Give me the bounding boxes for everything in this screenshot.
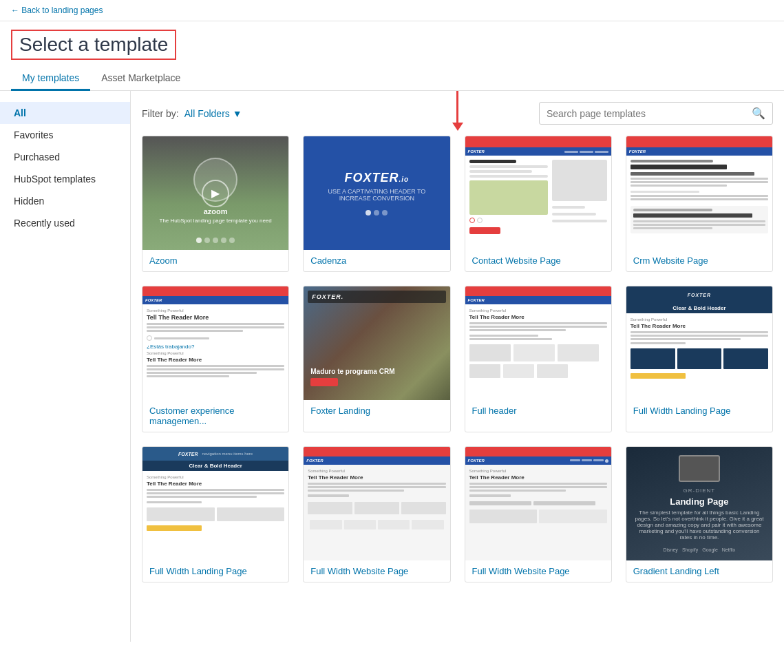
search-input[interactable] [547, 108, 752, 119]
search-icon[interactable]: 🔍 [752, 107, 765, 120]
template-name: Customer experience managemen... [142, 400, 288, 432]
arrow-indicator [452, 91, 463, 131]
toolbar: Filter by: All Folders ▼ 🔍 [142, 102, 773, 125]
sidebar-item-purchased[interactable]: Purchased [0, 146, 130, 168]
filter-area: Filter by: All Folders ▼ [142, 108, 242, 119]
template-card[interactable]: FOXTER [465, 136, 612, 272]
template-card[interactable]: FOXTER navigation menu items here Clear … [142, 446, 289, 582]
template-card[interactable]: FOXTER.io USE A CAPTIVATING HEADER TO IN… [303, 136, 450, 272]
template-card[interactable]: FOXTER [626, 136, 773, 272]
content-area: Filter by: All Folders ▼ 🔍 [131, 91, 784, 642]
template-card[interactable]: FOXTER Something Powerful Tell The Reade… [142, 286, 289, 432]
sidebar-item-favorites[interactable]: Favorites [0, 124, 130, 146]
template-name: Full Width Website Page [304, 560, 449, 582]
template-card[interactable]: FOXTER Something Powerful Tell The Reade… [465, 446, 612, 582]
templates-grid: azoomThe HubSpot landing page template y… [142, 136, 773, 582]
tab-my-templates[interactable]: My templates [11, 67, 90, 91]
template-card[interactable]: GR-DIENT Landing Page The simplest templ… [626, 446, 773, 582]
template-card[interactable]: azoomThe HubSpot landing page template y… [142, 136, 289, 272]
top-bar: ← Back to landing pages [0, 0, 784, 21]
header: Select a template My templates Asset Mar… [0, 21, 784, 91]
template-card[interactable]: FOXTER Something Powerful Tell The Reade… [303, 446, 450, 582]
template-name: Gradient Landing Left [626, 560, 772, 582]
sidebar-item-all[interactable]: All [0, 102, 130, 124]
back-link[interactable]: ← Back to landing pages [11, 6, 103, 15]
sidebar: All Favorites Purchased HubSpot template… [0, 91, 131, 642]
filter-value: All Folders [184, 108, 230, 119]
sidebar-item-hidden[interactable]: Hidden [0, 190, 130, 212]
tabs-container: My templates Asset Marketplace [11, 67, 773, 90]
search-box[interactable]: 🔍 [539, 102, 773, 125]
template-name: Full Width Landing Page [142, 560, 288, 582]
template-card[interactable]: FOXTER. Maduro te programa CRM Foxter La… [303, 286, 450, 432]
main-layout: All Favorites Purchased HubSpot template… [0, 91, 784, 642]
sidebar-item-recently-used[interactable]: Recently used [0, 212, 130, 234]
template-name: Foxter Landing [304, 400, 449, 421]
template-name: Contact Website Page [465, 250, 611, 271]
sidebar-item-hubspot-templates[interactable]: HubSpot templates [0, 168, 130, 190]
page-title: Select a template [11, 30, 176, 60]
template-name: Azoom [142, 250, 288, 271]
tab-asset-marketplace[interactable]: Asset Marketplace [90, 67, 191, 91]
template-name: Cadenza [304, 250, 449, 271]
template-name: Full Width Website Page [465, 560, 611, 582]
template-name: Full Width Landing Page [626, 400, 772, 421]
filter-label: Filter by: [142, 108, 179, 119]
chevron-down-icon: ▼ [233, 108, 242, 119]
template-name: Full header [465, 400, 611, 421]
template-card[interactable]: FOXTER Clear & Bold Header Something Pow… [626, 286, 773, 432]
template-card[interactable]: FOXTER Something Powerful Tell The Reade… [465, 286, 612, 432]
filter-dropdown[interactable]: All Folders ▼ [184, 108, 242, 119]
template-name: Crm Website Page [626, 250, 772, 271]
